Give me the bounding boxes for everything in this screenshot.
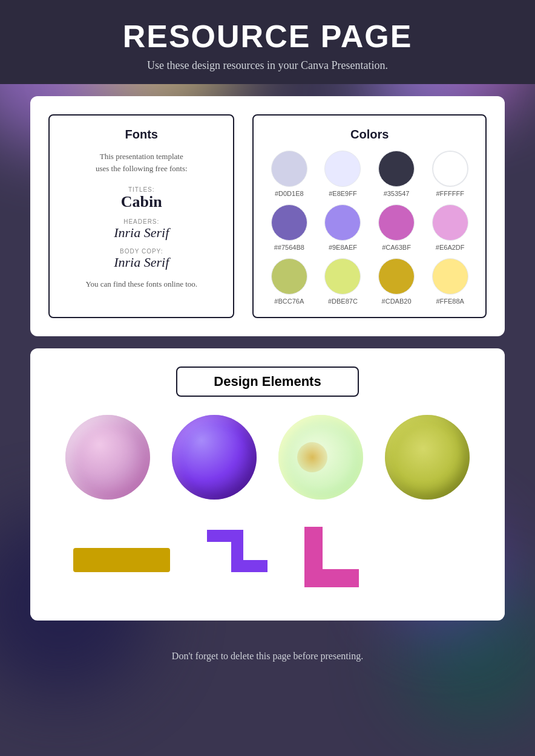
color-item-4: ##7564B8 xyxy=(266,204,312,251)
titles-label: TITLES: xyxy=(62,186,221,193)
orbs-row xyxy=(48,415,487,500)
color-circle-0 xyxy=(271,151,307,187)
color-circle-11 xyxy=(432,258,468,295)
footer-text: Don't forget to delete this page before … xyxy=(172,651,363,661)
color-hex-1: #E8E9FF xyxy=(329,190,356,197)
color-item-8: #BCC76A xyxy=(266,258,312,305)
color-circle-4 xyxy=(271,204,307,241)
color-item-2: #353547 xyxy=(373,151,420,197)
fonts-section-label: Fonts xyxy=(62,128,221,142)
page-content: RESOURCE PAGE Use these design resources… xyxy=(0,0,535,680)
shape-pink-corner xyxy=(292,527,353,593)
color-item-7: #E6A2DF xyxy=(427,204,473,251)
color-circle-5 xyxy=(324,204,361,241)
color-hex-2: #353547 xyxy=(384,190,410,197)
color-hex-7: #E6A2DF xyxy=(436,244,465,251)
body-label: BODY COPY: xyxy=(62,248,221,255)
font-entry-headers: HEADERS: Inria Serif xyxy=(62,218,221,241)
color-hex-0: #D0D1E8 xyxy=(275,190,304,197)
shapes-row xyxy=(48,524,487,602)
page-subtitle: Use these design resources in your Canva… xyxy=(24,59,511,72)
color-item-1: #E8E9FF xyxy=(320,151,366,197)
color-circle-10 xyxy=(378,258,415,295)
color-hex-10: #CDAB20 xyxy=(382,298,412,305)
font-entry-titles: TITLES: Cabin xyxy=(62,186,221,211)
color-hex-9: #DBE87C xyxy=(328,298,358,305)
background-wrapper: RESOURCE PAGE Use these design resources… xyxy=(0,0,535,756)
design-elements-card: Design Elements xyxy=(30,348,505,621)
body-font-name: Inria Serif xyxy=(62,255,221,270)
footer: Don't forget to delete this page before … xyxy=(0,633,535,680)
color-circle-7 xyxy=(432,204,468,241)
page-title: RESOURCE PAGE xyxy=(24,18,511,54)
color-circle-8 xyxy=(271,258,307,295)
color-hex-5: #9E8AEF xyxy=(329,244,357,251)
color-item-6: #CA63BF xyxy=(373,204,420,251)
headers-label: HEADERS: xyxy=(62,218,221,225)
titles-font-name: Cabin xyxy=(62,193,221,211)
design-elements-label: Design Elements xyxy=(176,367,358,397)
colors-section-label: Colors xyxy=(266,128,473,142)
color-item-9: #DBE87C xyxy=(320,258,366,305)
color-hex-3: #FFFFFF xyxy=(436,190,464,197)
color-item-5: #9E8AEF xyxy=(320,204,366,251)
color-circle-2 xyxy=(378,151,415,187)
color-circle-9 xyxy=(324,258,361,295)
shape-yellow-rect xyxy=(73,548,170,572)
color-circle-6 xyxy=(378,204,415,241)
color-item-10: #CDAB20 xyxy=(373,258,420,305)
colors-section: Colors #D0D1E8#E8E9FF#353547#FFFFFF##756… xyxy=(252,114,487,318)
headers-font-name: Inria Serif xyxy=(62,225,221,241)
orb-purple xyxy=(172,415,257,500)
fonts-description: This presentation template uses the foll… xyxy=(62,151,221,174)
color-item-3: #FFFFFF xyxy=(427,151,473,197)
color-grid: #D0D1E8#E8E9FF#353547#FFFFFF##7564B8#9E8… xyxy=(266,151,473,305)
fonts-colors-card: Fonts This presentation template uses th… xyxy=(30,96,505,336)
color-item-0: #D0D1E8 xyxy=(266,151,312,197)
color-hex-4: ##7564B8 xyxy=(274,244,304,251)
color-item-11: #FFE88A xyxy=(427,258,473,305)
header: RESOURCE PAGE Use these design resources… xyxy=(0,0,535,84)
orb-cyan xyxy=(278,415,363,500)
orb-pink xyxy=(65,415,150,500)
orb-olive xyxy=(385,415,470,500)
color-circle-1 xyxy=(324,151,361,187)
font-entry-body: BODY COPY: Inria Serif xyxy=(62,248,221,270)
color-hex-6: #CA63BF xyxy=(382,244,411,251)
shape-purple-z xyxy=(195,524,268,596)
color-circle-3 xyxy=(432,151,468,187)
fonts-section: Fonts This presentation template uses th… xyxy=(48,114,234,318)
fonts-footer: You can find these fonts online too. xyxy=(62,279,221,289)
color-hex-8: #BCC76A xyxy=(274,298,304,305)
color-hex-11: #FFE88A xyxy=(436,298,464,305)
